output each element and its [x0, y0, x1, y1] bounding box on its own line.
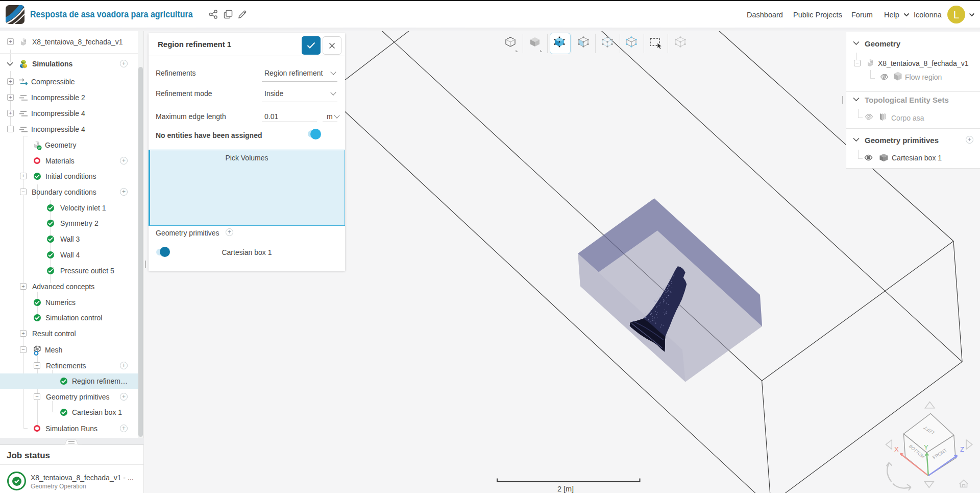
svg-text:Z: Z: [960, 445, 964, 453]
svg-text:X: X: [894, 445, 899, 453]
svg-text:2 [m]: 2 [m]: [557, 485, 574, 493]
svg-text:Y: Y: [924, 443, 928, 451]
